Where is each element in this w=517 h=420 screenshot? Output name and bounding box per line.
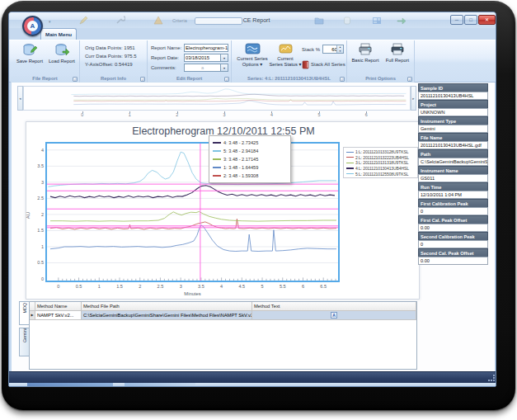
dialog-launcher-icon[interactable]: ◿ xyxy=(340,77,345,82)
titlebar-database-icon[interactable] xyxy=(343,16,351,25)
property-value[interactable]: 0.00 xyxy=(418,257,488,265)
method-file-path-cell[interactable]: C:\SelciaGeminiBackup\GeminiShare\Gemini… xyxy=(82,311,252,320)
nav-scroll-right-button[interactable]: ▸ xyxy=(411,86,416,111)
y-tick-label: 4 xyxy=(31,148,44,153)
report-date-input[interactable]: 03/18/2015 xyxy=(184,54,221,62)
legend-series-dash-icon xyxy=(346,163,354,163)
minimize-button[interactable]: ─ xyxy=(450,15,463,25)
row-marker-cell[interactable]: ▶ xyxy=(30,311,35,320)
series-status-icon xyxy=(279,43,293,54)
save-report-button[interactable]: Save Report xyxy=(14,43,45,64)
dialog-launcher-icon[interactable]: ◿ xyxy=(224,77,229,82)
table-header-marker-cell xyxy=(30,302,35,311)
legend-row: 1:L: 20111210133128U9TKSL xyxy=(346,149,416,155)
client-area: ◂ ▸ 0123456 Electropherogram 12/10/2011 … xyxy=(12,83,495,371)
property-value[interactable]: 0.00 xyxy=(418,224,488,232)
x-tick-label: 1.5 xyxy=(113,284,126,289)
report-name-input[interactable]: Electropherogram-1... xyxy=(184,44,228,52)
y-tick-label: 2.5 xyxy=(31,196,44,201)
ribbon-tab-row: Main Menu xyxy=(9,28,496,40)
navigator-series-line xyxy=(73,98,406,100)
group-caption: Series: 4:L: 20111210130413UB4HSL xyxy=(232,75,346,83)
x-tick-label: 1 xyxy=(92,284,106,289)
group-report-info: Orig Data Points: 1951 Curr Data Points:… xyxy=(80,40,148,83)
dialog-launcher-icon[interactable]: ◿ xyxy=(407,77,412,82)
load-report-button[interactable]: Load Report xyxy=(46,43,78,64)
dialog-launcher-icon[interactable]: ◿ xyxy=(140,77,145,82)
property-value[interactable]: 20111210130413UB4HSL.gdf xyxy=(418,141,488,149)
table-header-cell[interactable]: Method Name xyxy=(35,302,82,311)
tooltip-series-dash-icon xyxy=(213,150,221,152)
legend-label: 2:L: 20111210132223UB4HSL xyxy=(355,155,409,160)
legend-row: 3:L: 20111210131318U9TKSL xyxy=(346,160,416,166)
table-header-cell[interactable]: Method Text xyxy=(252,302,416,311)
current-series-status-button[interactable]: CurrentSeries Status ▾ xyxy=(268,43,303,67)
bottom-edge-highlight xyxy=(125,383,195,387)
nav-tick-label: 5 xyxy=(314,112,324,117)
qat-pencil-icon[interactable] xyxy=(79,16,88,25)
comments-dropdown[interactable]: ▾ xyxy=(221,64,228,72)
stack-percent-input[interactable]: 60 ▲▼ xyxy=(322,45,344,54)
y-tick-label: 1.5 xyxy=(31,228,44,233)
navigator-series-line xyxy=(71,89,406,95)
property-header: Second Cal. Peak Offset xyxy=(418,248,488,257)
sidebar-properties: Sample ID20111210130413UB4HSLProjectUNKN… xyxy=(418,83,488,265)
navigator-series-line xyxy=(73,94,404,96)
nav-scroll-left-button[interactable]: ◂ xyxy=(17,86,23,111)
method-text-cell[interactable]: A xyxy=(252,311,416,320)
nav-tick-label: 0 xyxy=(78,112,87,117)
ribbon: Save Report Load Report File Report ◿ Or… xyxy=(9,40,496,83)
method-table: Method NameMethod File PathMethod Text ▶… xyxy=(29,301,417,370)
stack-all-series-label[interactable]: Stack All Series xyxy=(311,62,345,67)
x-tick-label: 0 xyxy=(52,284,65,289)
table-header-cell[interactable]: Method File Path xyxy=(82,302,252,311)
property-value[interactable]: C:\SelciaGeminiBackup\GeminiS xyxy=(418,158,488,166)
tooltip-series-dash-icon xyxy=(213,142,221,144)
property-value[interactable]: UNKNOWN xyxy=(418,108,488,116)
titlebar-grid-icon[interactable] xyxy=(372,17,382,25)
stack-all-series-icon[interactable] xyxy=(302,60,309,69)
legend-series-dash-icon xyxy=(346,173,354,174)
qat-dropdown-icon[interactable]: ▾ xyxy=(49,19,51,24)
property-header: First Calibration Peak xyxy=(418,199,488,207)
app-menu-orb[interactable]: A xyxy=(22,16,43,36)
tab-main-menu[interactable]: Main Menu xyxy=(40,28,77,40)
qat-wrench-icon[interactable] xyxy=(116,16,125,25)
titlebar-folder-icon[interactable] xyxy=(314,17,324,25)
spin-down-icon[interactable]: ▼ xyxy=(337,50,343,54)
property-value[interactable]: 12/10/2011 1:04 PM xyxy=(418,191,488,199)
chart-plot-area[interactable] xyxy=(45,142,340,282)
comments-input[interactable]: a xyxy=(184,64,221,72)
group-caption: File Report xyxy=(11,75,79,83)
maximize-button[interactable]: □ xyxy=(464,15,477,25)
qat-warning-icon[interactable] xyxy=(153,16,163,25)
tooltip-text: 2: 3.48 - 1.59308 xyxy=(223,173,258,178)
tooltip-row: 1: 3.48 - 1.64459 xyxy=(213,163,289,172)
x-tick-label: 2 xyxy=(134,284,147,289)
x-tick-label: 5 xyxy=(256,284,269,289)
chart-navigator[interactable] xyxy=(23,86,411,111)
tooltip-series-dash-icon xyxy=(213,175,221,177)
property-value[interactable]: GS011 xyxy=(418,174,488,182)
table-row[interactable]: ▶NAMPT SkV.v2...C:\SelciaGeminiBackup\Ge… xyxy=(30,311,416,320)
method-name-cell[interactable]: NAMPT SkV.v2... xyxy=(35,311,82,320)
full-report-button[interactable]: Full Report xyxy=(382,43,413,64)
basic-report-button[interactable]: Basic Report xyxy=(350,43,381,64)
tooltip-row: 4: 3.48 - 2.73425 xyxy=(213,139,289,147)
resize-grip[interactable] xyxy=(488,375,495,381)
report-date-dropdown[interactable]: ▾ xyxy=(221,54,228,62)
y-tick-label: 2 xyxy=(31,212,44,217)
property-value[interactable]: Gemini xyxy=(418,125,488,133)
info-curr-points: Curr Data Points: 975.5 xyxy=(85,54,137,59)
method-text-icon[interactable]: A xyxy=(331,312,337,319)
printer-icon xyxy=(390,43,405,56)
property-value[interactable]: 0 xyxy=(418,207,488,215)
property-value[interactable]: 20111210130413UB4HSL xyxy=(418,92,488,100)
close-button[interactable]: ✕ xyxy=(478,15,496,25)
dialog-launcher-icon[interactable]: ◿ xyxy=(73,77,78,82)
x-tick-label: 6 xyxy=(296,284,309,289)
report-name-label: Report Name: xyxy=(151,45,181,50)
current-series-options-button[interactable]: Current SeriesOptions ▾ xyxy=(234,43,270,67)
titlebar-export-icon[interactable] xyxy=(397,17,407,25)
property-value[interactable]: 0 xyxy=(418,240,488,248)
